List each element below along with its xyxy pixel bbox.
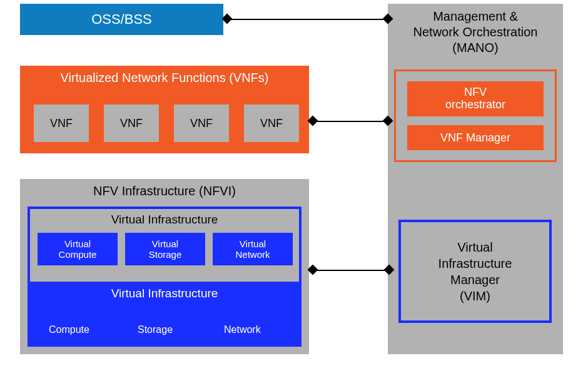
mano-title: Management & Network Orchestration (MANO… (388, 9, 563, 56)
vnf-label-4: VNF (260, 117, 283, 130)
mano-orchestrator-group: NFV orchestrator VNF Manager (394, 69, 557, 162)
nfvi-container: NFV Infrastructure (NFVI) Virtual Infras… (20, 179, 309, 354)
virtual-infrastructure-title-top: Virtual Infrastructure (30, 213, 299, 227)
connector-oss-mano (226, 19, 388, 20)
vnf-label-3: VNF (190, 117, 213, 130)
physical-infrastructure-block: Virtual Infrastructure Compute Storage N… (30, 282, 299, 344)
vim-line2: Infrastructure (438, 257, 512, 270)
nfvo-label-line1: NFV (464, 86, 487, 99)
nfvo-label-line2: orchestrator (445, 99, 505, 111)
mano-title-line3: (MANO) (452, 41, 498, 54)
vnfs-title: Virtualized Network Functions (VNFs) (20, 71, 309, 85)
diamond-icon (308, 116, 318, 126)
virtual-storage-label: Virtual Storage (149, 238, 182, 260)
oss-bss-label: OSS/BSS (91, 11, 152, 28)
virtual-infrastructure-title-bottom: Virtual Infrastructure (30, 287, 299, 300)
connector-vnfs-mano (313, 121, 388, 122)
vnfm-label: VNF Manager (440, 131, 510, 145)
virtual-compute-block: Virtual Compute (38, 233, 118, 265)
vnf-label-2: VNF (120, 117, 143, 130)
physical-storage-label: Storage (138, 324, 173, 335)
connector-nfvi-vim (313, 270, 389, 271)
mano-container: Management & Network Orchestration (MANO… (388, 4, 563, 354)
vim-line1: Virtual (457, 240, 492, 254)
vnf-box-4: VNF (244, 105, 299, 142)
diamond-icon (222, 14, 233, 24)
oss-bss-block: OSS/BSS (20, 4, 223, 35)
virtual-storage-block: Virtual Storage (125, 233, 205, 265)
nfvi-inner: Virtual Infrastructure Virtual Compute V… (28, 207, 302, 347)
physical-compute-label: Compute (49, 324, 89, 335)
physical-network-label: Network (224, 324, 261, 335)
vim-block: Virtual Infrastructure Manager (VIM) (398, 220, 552, 323)
vim-line4: (VIM) (460, 289, 490, 303)
nfv-orchestrator-block: NFV orchestrator (407, 81, 544, 116)
virtual-network-label: Virtual Network (235, 238, 270, 260)
vnf-manager-block: VNF Manager (407, 125, 544, 150)
nfvi-title: NFV Infrastructure (NFVI) (20, 184, 309, 198)
vim-line3: Manager (450, 273, 500, 287)
mano-inner-pad: NFV orchestrator VNF Manager (400, 75, 551, 156)
virtual-compute-label: Virtual Compute (59, 238, 97, 260)
vnf-box-3: VNF (174, 105, 229, 142)
vnfs-container: Virtualized Network Functions (VNFs) VNF… (20, 66, 309, 153)
mano-title-line2: Network Orchestration (413, 25, 538, 39)
mano-title-line1: Management & (433, 9, 518, 23)
vnf-box-2: VNF (104, 105, 159, 142)
virtual-network-block: Virtual Network (213, 233, 293, 265)
vnf-box-1: VNF (34, 105, 89, 142)
vnf-label-1: VNF (50, 117, 73, 130)
diamond-icon (308, 265, 318, 275)
